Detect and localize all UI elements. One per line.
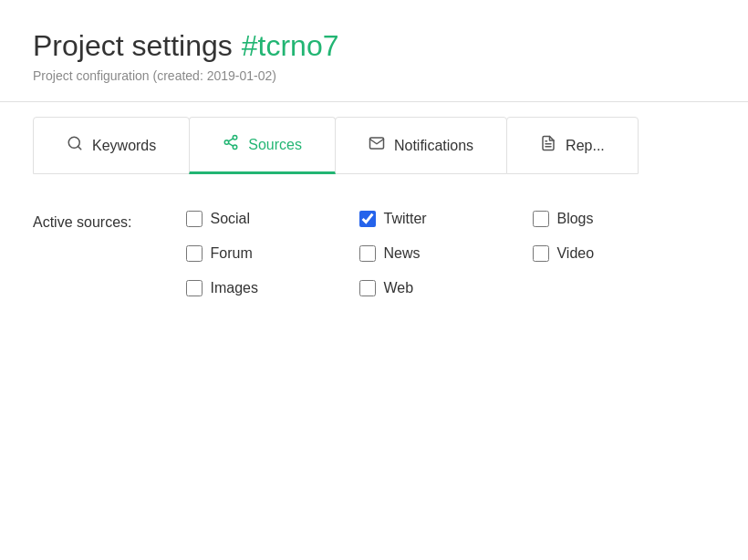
tab-keywords[interactable]: Keywords: [33, 117, 190, 174]
main-content: Active sources: Social Twitter Blogs For…: [0, 174, 748, 333]
checkbox-video-input[interactable]: [533, 245, 549, 262]
checkbox-forum-input[interactable]: [186, 245, 203, 262]
checkbox-twitter-input[interactable]: [359, 211, 376, 227]
tab-sources[interactable]: Sources: [189, 117, 336, 174]
svg-line-1: [78, 146, 80, 149]
search-icon: [67, 135, 83, 156]
checkbox-blogs-input[interactable]: [533, 211, 549, 227]
checkbox-forum[interactable]: Forum: [186, 245, 332, 262]
checkbox-images-label: Images: [210, 280, 257, 296]
checkbox-social-label: Social: [210, 211, 250, 227]
checkbox-news[interactable]: News: [359, 245, 505, 262]
page-title-prefix: Project settings: [33, 29, 233, 63]
checkbox-video-label: Video: [556, 245, 594, 262]
page-title-accent: #tcrno7: [242, 29, 339, 63]
checkbox-images[interactable]: Images: [186, 280, 332, 296]
checkbox-blogs[interactable]: Blogs: [533, 211, 679, 227]
tab-keywords-label: Keywords: [92, 138, 156, 154]
doc-icon: [540, 135, 556, 156]
tab-reports-label: Rep...: [566, 138, 605, 154]
checkbox-video[interactable]: Video: [533, 245, 679, 262]
checkboxes-grid: Social Twitter Blogs Forum News Video: [186, 211, 679, 296]
tab-reports[interactable]: Rep...: [506, 117, 639, 174]
page-subtitle: Project configuration (created: 2019-01-…: [33, 68, 715, 83]
checkbox-web-label: Web: [383, 280, 413, 296]
checkbox-twitter-label: Twitter: [383, 211, 426, 227]
tab-notifications[interactable]: Notifications: [335, 117, 507, 174]
mail-icon: [369, 135, 385, 156]
page-title: Project settings #tcrno7: [33, 29, 715, 63]
checkbox-web[interactable]: Web: [359, 280, 505, 296]
checkbox-social[interactable]: Social: [186, 211, 332, 227]
checkbox-news-label: News: [383, 245, 420, 262]
checkbox-images-input[interactable]: [186, 280, 203, 296]
checkbox-blogs-label: Blogs: [556, 211, 593, 227]
checkbox-social-input[interactable]: [186, 211, 203, 227]
tabs-container: Keywords Sources Notifications: [0, 102, 748, 174]
checkbox-forum-label: Forum: [210, 245, 252, 262]
svg-line-6: [229, 139, 234, 141]
tab-notifications-label: Notifications: [394, 138, 473, 154]
share-icon: [223, 134, 239, 155]
svg-line-5: [229, 143, 234, 146]
sources-section: Active sources: Social Twitter Blogs For…: [33, 211, 715, 296]
sources-label: Active sources:: [33, 211, 131, 231]
checkbox-twitter[interactable]: Twitter: [359, 211, 505, 227]
page-header: Project settings #tcrno7 Project configu…: [0, 0, 748, 101]
checkbox-web-input[interactable]: [359, 280, 376, 296]
checkbox-news-input[interactable]: [359, 245, 376, 262]
tab-sources-label: Sources: [248, 137, 302, 153]
